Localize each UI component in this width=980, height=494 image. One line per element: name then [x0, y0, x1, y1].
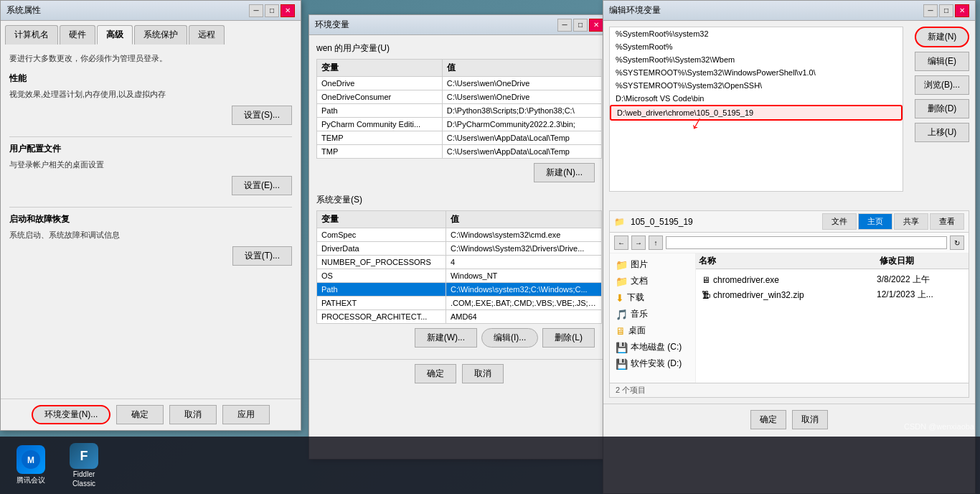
ee-maximize-button[interactable]: □ [939, 4, 953, 17]
close-button[interactable]: ✕ [281, 4, 295, 17]
user-var-row[interactable]: TEMPC:\Users\wen\AppData\Local\Temp [317, 131, 602, 145]
sys-var-row[interactable]: NUMBER_OF_PROCESSORS4 [317, 256, 602, 269]
fe-sidebar-item[interactable]: 📁图片 [613, 256, 692, 273]
tab-remote[interactable]: 远程 [189, 25, 225, 45]
folder-icon: 📁 [616, 276, 628, 287]
tab-advanced[interactable]: 高级 [97, 25, 133, 45]
ee-new-button[interactable]: 新建(N) [915, 27, 969, 47]
ev-close-button[interactable]: ✕ [589, 19, 603, 32]
user-profile-settings-button[interactable]: 设置(E)... [232, 176, 292, 195]
ev-maximize-button[interactable]: □ [573, 19, 588, 32]
user-var-row[interactable]: TMPC:\Users\wen\AppData\Local\Temp [317, 145, 602, 159]
file-date: 3/8/2022 上午 [877, 274, 963, 286]
fe-sidebar-item[interactable]: ⬇下载 [613, 289, 692, 306]
sys-vars-section: 系统变量(S) 变量 值 ComSpecC:\Windows\system32\… [316, 194, 602, 352]
edit-env-item[interactable]: D:\Microsoft VS Code\bin [610, 92, 903, 105]
fe-sidebar-item[interactable]: 🎵音乐 [613, 306, 692, 322]
taskbar-item-fiddler[interactable]: F Fiddler Classic [59, 440, 109, 490]
ok-button[interactable]: 确定 [116, 405, 164, 424]
fe-back-button[interactable]: ← [614, 236, 628, 250]
sys-var-row[interactable]: DriverDataC:\Windows\System32\Drivers\Dr… [317, 242, 602, 256]
fe-tab-view[interactable]: 查看 [930, 213, 964, 230]
fe-tab-share[interactable]: 共享 [894, 213, 928, 230]
ee-browse-button[interactable]: 浏览(B)... [915, 75, 969, 95]
env-ok-button[interactable]: 确定 [415, 364, 456, 383]
sys-delete-button[interactable]: 删除(L) [542, 328, 595, 348]
sys-var-row[interactable]: PathC:\Windows\system32;C:\Windows;C... [317, 283, 602, 297]
fe-tabs: 文件 主页 共享 查看 [822, 213, 964, 230]
user-var-row[interactable]: PathD:\Python38\Scripts;D:\Python38;C:\ [317, 104, 602, 118]
edit-env-item[interactable]: %SYSTEMROOT%\System32\WindowsPowerShell\… [610, 66, 903, 79]
maximize-button[interactable]: □ [265, 4, 279, 17]
user-var-value: C:\Users\wen\AppData\Local\Temp [442, 131, 601, 145]
user-var-row[interactable]: PyCharm Community Editi...D:\PyCharmComm… [317, 118, 602, 131]
fe-refresh-button[interactable]: ↻ [950, 236, 964, 250]
system-props-title: 系统属性 [6, 4, 249, 17]
ee-delete-button[interactable]: 删除(D) [915, 99, 969, 118]
user-var-name: OneDrive [317, 77, 443, 90]
fe-file-row[interactable]: 🗜chromedriver_win32.zip12/1/2023 上... [699, 287, 966, 302]
edit-env-item[interactable]: %SystemRoot% [610, 40, 903, 53]
sidebar-item-label: 本地磁盘 (C:) [631, 341, 682, 353]
fe-content: 📁图片📁文档⬇下载🎵音乐🖥桌面💾本地磁盘 (C:)💾软件安装 (D:) 名称 修… [610, 253, 969, 383]
sys-var-row[interactable]: PROCESSOR_ARCHITECT...AMD64 [317, 310, 602, 324]
ee-ok-button[interactable]: 确定 [750, 410, 786, 429]
ee-minimize-button[interactable]: ─ [923, 4, 938, 17]
cancel-button[interactable]: 取消 [169, 405, 217, 424]
edit-env-list-panel: %SystemRoot%\system32%SystemRoot%%System… [603, 21, 909, 205]
user-var-value: D:\PyCharmCommunity2022.2.3\bin; [442, 118, 601, 131]
fe-sidebar-item[interactable]: 📁文档 [613, 273, 692, 289]
ee-moveup-button[interactable]: 上移(U) [915, 123, 969, 142]
edit-env-item[interactable]: D:\web_driver\chrome\105_0_5195_19 [610, 105, 903, 121]
fe-path-input[interactable]: D:\web_driver\chrome\105_0_5195_19 [666, 236, 947, 249]
ev-minimize-button[interactable]: ─ [557, 19, 572, 32]
fe-main-panel: 名称 修改日期 🖥chromedriver.exe3/8/2022 上午🗜chr… [696, 253, 969, 383]
performance-title: 性能 [9, 73, 292, 85]
ee-edit-button[interactable]: 编辑(E) [915, 52, 969, 71]
tab-computer-name[interactable]: 计算机名 [5, 25, 58, 45]
system-props-tabs: 计算机名 硬件 高级 系统保护 远程 [1, 21, 301, 45]
fe-tab-home[interactable]: 主页 [858, 213, 892, 230]
fe-up-button[interactable]: ↑ [649, 236, 663, 250]
divider2 [9, 207, 292, 208]
fe-sidebar-item[interactable]: 💾本地磁盘 (C:) [613, 339, 692, 355]
env-cancel-button[interactable]: 取消 [462, 364, 504, 383]
edit-env-body: %SystemRoot%\system32%SystemRoot%%System… [603, 21, 975, 205]
folder-icon: 📁 [616, 259, 628, 271]
performance-settings-button[interactable]: 设置(S)... [232, 106, 292, 125]
user-var-row[interactable]: OneDriveC:\Users\wen\OneDrive [317, 77, 602, 90]
fe-file-row[interactable]: 🖥chromedriver.exe3/8/2022 上午 [699, 272, 966, 287]
edit-env-item[interactable]: %SYSTEMROOT%\System32\OpenSSH\ [610, 79, 903, 92]
edit-env-item[interactable]: %SystemRoot%\System32\Wbem [610, 53, 903, 66]
apply-button[interactable]: 应用 [222, 405, 270, 424]
sys-var-row[interactable]: ComSpecC:\Windows\system32\cmd.exe [317, 228, 602, 242]
sys-var-row[interactable]: PATHEXT.COM;.EXE;.BAT;.CMD;.VBS;.VBE;.JS… [317, 297, 602, 310]
sys-var-row[interactable]: OSWindows_NT [317, 269, 602, 283]
startup-settings-button[interactable]: 设置(T)... [232, 246, 292, 266]
tab-hardware[interactable]: 硬件 [60, 25, 95, 45]
env-vars-button[interactable]: 环境变量(N)... [32, 405, 111, 424]
system-props-controls: ─ □ ✕ [249, 4, 295, 17]
sys-new-button[interactable]: 新建(W)... [415, 328, 477, 348]
fe-sidebar-item[interactable]: 💾软件安装 (D:) [613, 355, 692, 372]
edit-env-item[interactable]: %SystemRoot%\system32 [610, 27, 903, 40]
env-vars-titlebar: 环境变量 ─ □ ✕ [309, 15, 609, 35]
fe-sidebar-item[interactable]: 🖥桌面 [613, 322, 692, 339]
user-var-row[interactable]: OneDriveConsumerC:\Users\wen\OneDrive [317, 90, 602, 104]
fe-forward-button[interactable]: → [631, 236, 646, 250]
taskbar-item-tencent[interactable]: M 腾讯会议 [6, 440, 56, 490]
minimize-button[interactable]: ─ [249, 4, 263, 17]
user-var-value: C:\Users\wen\OneDrive [442, 90, 601, 104]
fe-tab-file[interactable]: 文件 [822, 213, 857, 230]
sys-edit-button[interactable]: 编辑(I)... [481, 328, 538, 348]
user-new-button[interactable]: 新建(N)... [534, 163, 595, 182]
folder-icon: 🖥 [616, 325, 626, 337]
env-bottom-btns: 确定 取消 [309, 359, 609, 388]
tab-system-protection[interactable]: 系统保护 [134, 25, 187, 45]
ee-cancel-button[interactable]: 取消 [792, 410, 828, 429]
user-profile-section: 用户配置文件 与登录帐户相关的桌面设置 设置(E)... [9, 143, 292, 195]
env-vars-title: 环境变量 [315, 19, 557, 31]
sys-var-value: C:\Windows\System32\Drivers\Drive... [446, 242, 601, 256]
fe-files-list: 🖥chromedriver.exe3/8/2022 上午🗜chromedrive… [696, 269, 969, 383]
ee-close-button[interactable]: ✕ [955, 4, 969, 17]
